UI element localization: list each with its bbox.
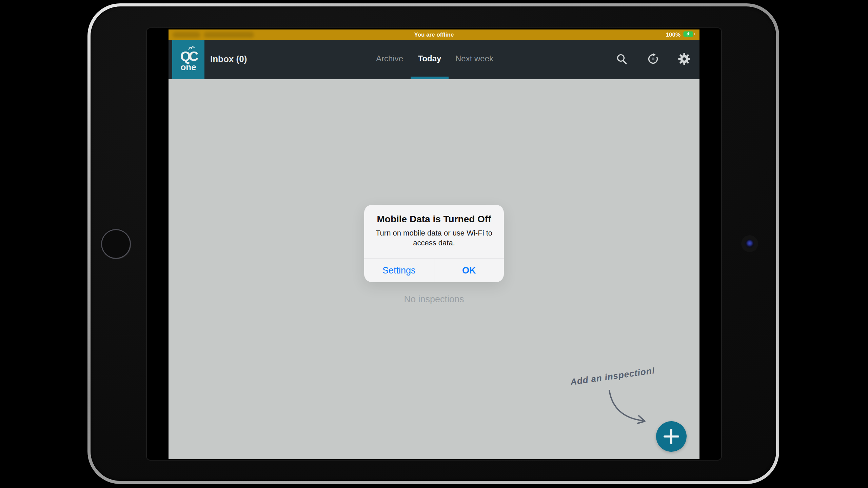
battery-charging-icon [683,31,695,39]
refresh-icon [647,53,659,66]
logo-leaf-icon [188,45,195,52]
hint-arrow [606,387,650,427]
add-inspection-fab[interactable] [656,421,687,452]
logo-text-qc: QC [180,51,197,62]
status-right-group: 100% [666,29,695,40]
status-bar: You are offline 100% [169,29,699,40]
alert-dialog: Mobile Data is Turned Off Turn on mobile… [364,205,504,282]
front-camera [745,239,754,248]
settings-button[interactable] [677,52,692,67]
gear-icon [678,53,691,67]
battery-percent: 100% [666,32,680,38]
alert-title: Mobile Data is Turned Off [377,214,491,225]
settings-dialog-button[interactable]: Settings [364,259,434,282]
refresh-button[interactable] [646,52,660,67]
app-logo[interactable]: QC one [172,40,204,79]
ok-dialog-button[interactable]: OK [434,259,504,282]
alert-button-row: Settings OK [364,259,504,282]
inbox-button[interactable]: Inbox (0) [210,40,247,79]
nav-icon-group [614,40,692,79]
tab-archive[interactable]: Archive [376,40,403,79]
add-inspection-hint: Add an inspection! [561,364,664,388]
home-button[interactable] [101,229,131,259]
nav-bar: QC one Inbox (0) Archive Today Next week [169,40,699,79]
tab-next-week[interactable]: Next week [455,40,493,79]
search-icon [616,53,628,66]
empty-state-text: No inspections [169,294,699,305]
active-tab-underline [411,77,449,79]
scene: You are offline 100% [0,0,868,488]
tab-today[interactable]: Today [418,40,441,79]
offline-banner: You are offline [169,29,699,40]
app-screen: You are offline 100% [169,29,699,459]
alert-message: Turn on mobile data or use Wi-Fi to acce… [366,228,502,248]
logo-text-one: one [180,62,196,73]
search-button[interactable] [614,52,629,67]
